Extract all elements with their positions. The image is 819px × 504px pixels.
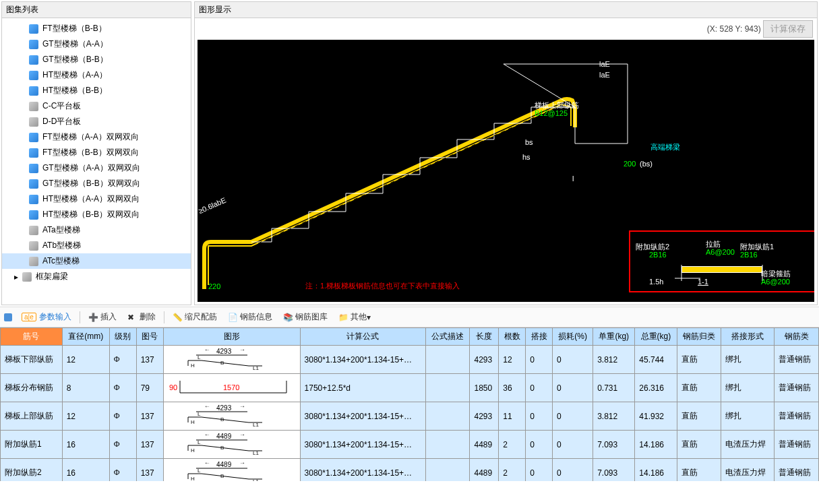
table-header[interactable]: 图形 — [163, 328, 300, 346]
table-cell[interactable]: 4489 ←→ L B L1 H — [163, 431, 300, 459]
table-cell[interactable]: 直筋 — [677, 402, 721, 431]
table-cell[interactable]: 14.186 — [635, 431, 677, 459]
table-cell[interactable]: 4489 — [470, 459, 499, 482]
table-header[interactable]: 直径(mm) — [62, 328, 109, 346]
table-cell[interactable]: 7.093 — [593, 459, 635, 482]
calc-save-button[interactable]: 计算保存 — [763, 20, 813, 38]
table-cell[interactable]: 0 — [553, 402, 593, 431]
table-row[interactable]: 梯板分布钢筋8Φ79 90 1570 1750+12.5*d185036000.… — [1, 374, 819, 402]
tree-item[interactable]: ATb型楼梯 — [2, 238, 191, 253]
table-cell[interactable]: 137 — [136, 431, 163, 459]
table-cell[interactable]: 普通钢筋 — [775, 374, 819, 402]
table-cell[interactable]: 0 — [526, 402, 553, 431]
rebar-table-wrap[interactable]: 筋号直径(mm)级别图号图形计算公式公式描述长度根数搭接损耗(%)单重(kg)总… — [0, 327, 819, 481]
scale-button[interactable]: 📏缩尺配筋 — [167, 310, 222, 324]
table-cell[interactable]: 90 1570 — [163, 374, 300, 402]
table-cell[interactable]: 12 — [62, 346, 109, 374]
table-cell[interactable]: 12 — [499, 346, 526, 374]
table-cell[interactable]: 普通钢筋 — [775, 402, 819, 431]
table-cell[interactable]: 绑扎 — [721, 402, 775, 431]
rebar-info-button[interactable]: 📄钢筋信息 — [222, 310, 278, 324]
table-cell[interactable] — [425, 374, 470, 402]
table-header[interactable]: 图号 — [136, 328, 163, 346]
table-cell[interactable]: Φ — [109, 346, 136, 374]
table-header[interactable]: 公式描述 — [425, 328, 470, 346]
table-cell[interactable]: 4293 ←→ L B L1 H — [163, 346, 300, 374]
table-cell[interactable]: 7.093 — [593, 431, 635, 459]
tree-item[interactable]: GT型楼梯（B-B）双网双向 — [2, 176, 191, 191]
table-cell[interactable]: 2 — [499, 459, 526, 482]
tree-item[interactable]: FT型楼梯（B-B） — [2, 21, 191, 36]
table-cell[interactable]: 1850 — [470, 374, 499, 402]
cad-viewport[interactable]: 梯板上部纵筋 B12@125 高端梯梁 laE laE bs hs l 200 … — [198, 40, 814, 302]
table-cell[interactable]: 梯板下部纵筋 — [1, 346, 63, 374]
table-cell[interactable]: 11 — [499, 402, 526, 431]
table-header[interactable]: 搭接形式 — [721, 328, 775, 346]
table-header[interactable]: 级别 — [109, 328, 136, 346]
table-cell[interactable]: 41.932 — [635, 402, 677, 431]
table-cell[interactable]: 0 — [526, 431, 553, 459]
delete-button[interactable]: ✖删除 — [122, 310, 161, 324]
tree-item[interactable]: HT型楼梯（B-B）双网双向 — [2, 207, 191, 222]
tree-root-item[interactable]: ▸框架扁梁 — [2, 269, 191, 284]
expand-icon[interactable]: ▸ — [13, 274, 20, 280]
other-button[interactable]: 📁其他 ▾ — [333, 310, 376, 324]
table-cell[interactable]: 电渣压力焊 — [721, 431, 775, 459]
table-cell[interactable] — [425, 346, 470, 374]
table-cell[interactable]: 0.731 — [593, 374, 635, 402]
tree-item[interactable]: HT型楼梯（A-A） — [2, 67, 191, 83]
table-cell[interactable]: 12 — [62, 402, 109, 431]
table-cell[interactable]: 0 — [553, 459, 593, 482]
tree-item[interactable]: FT型楼梯（B-B）双网双向 — [2, 145, 191, 160]
table-cell[interactable]: 16 — [62, 459, 109, 482]
table-cell[interactable]: 梯板分布钢筋 — [1, 374, 63, 402]
table-header[interactable]: 总重(kg) — [635, 328, 677, 346]
tree-item[interactable]: C-C平台板 — [2, 98, 191, 114]
table-cell[interactable]: 直筋 — [677, 346, 721, 374]
table-header[interactable]: 钢筋归类 — [677, 328, 721, 346]
tree-item[interactable]: ATc型楼梯 — [2, 253, 191, 269]
table-cell[interactable]: 3080*1.134+200*1.134-15+… — [300, 346, 425, 374]
table-cell[interactable]: 直筋 — [677, 374, 721, 402]
tree-item[interactable]: GT型楼梯（A-A） — [2, 36, 191, 52]
table-cell[interactable]: 绑扎 — [721, 374, 775, 402]
table-row[interactable]: 梯板下部纵筋12Φ1374293 ←→ L B L1 H 3080*1.134+… — [1, 346, 819, 374]
table-header[interactable]: 损耗(%) — [553, 328, 593, 346]
table-cell[interactable] — [425, 431, 470, 459]
table-header[interactable]: 根数 — [499, 328, 526, 346]
table-cell[interactable]: 直筋 — [677, 459, 721, 482]
table-header[interactable]: 钢筋类 — [775, 328, 819, 346]
tree-item[interactable]: GT型楼梯（B-B） — [2, 52, 191, 67]
tree-item[interactable]: FT型楼梯（A-A）双网双向 — [2, 129, 191, 145]
table-cell[interactable]: 4489 — [470, 431, 499, 459]
table-cell[interactable]: 0 — [526, 346, 553, 374]
table-row[interactable]: 梯板上部纵筋12Φ1374293 ←→ L B L1 H 3080*1.134+… — [1, 402, 819, 431]
table-cell[interactable] — [425, 459, 470, 482]
table-cell[interactable]: 137 — [136, 346, 163, 374]
table-cell[interactable]: 普通钢筋 — [775, 459, 819, 482]
table-cell[interactable]: 16 — [62, 431, 109, 459]
table-row[interactable]: 附加纵筋116Φ1374489 ←→ L B L1 H 3080*1.134+2… — [1, 431, 819, 459]
tree-list[interactable]: FT型楼梯（B-B）GT型楼梯（A-A）GT型楼梯（B-B）HT型楼梯（A-A）… — [2, 18, 191, 305]
table-cell[interactable]: 电渣压力焊 — [721, 459, 775, 482]
table-cell[interactable]: Φ — [109, 402, 136, 431]
table-cell[interactable]: 4293 ←→ L B L1 H — [163, 402, 300, 431]
tree-item[interactable]: HT型楼梯（B-B） — [2, 83, 191, 98]
table-cell[interactable]: 45.744 — [635, 346, 677, 374]
param-input-button[interactable]: a|e 参数输入 — [16, 310, 77, 324]
table-cell[interactable]: 普通钢筋 — [775, 431, 819, 459]
table-cell[interactable]: 79 — [136, 374, 163, 402]
table-header[interactable]: 单重(kg) — [593, 328, 635, 346]
table-cell[interactable]: 0 — [526, 459, 553, 482]
table-cell[interactable]: 3080*1.134+200*1.134-15+… — [300, 431, 425, 459]
table-header[interactable]: 计算公式 — [300, 328, 425, 346]
table-cell[interactable]: 4489 ←→ L B L1 H — [163, 459, 300, 482]
table-cell[interactable]: 直筋 — [677, 431, 721, 459]
table-cell[interactable]: 0 — [553, 374, 593, 402]
insert-button[interactable]: ➕插入 — [83, 310, 122, 324]
table-header[interactable]: 筋号 — [1, 328, 63, 346]
table-cell[interactable]: 137 — [136, 459, 163, 482]
table-row[interactable]: 附加纵筋216Φ1374489 ←→ L B L1 H 3080*1.134+2… — [1, 459, 819, 482]
table-cell[interactable]: Φ — [109, 374, 136, 402]
tree-item[interactable]: ATa型楼梯 — [2, 222, 191, 238]
